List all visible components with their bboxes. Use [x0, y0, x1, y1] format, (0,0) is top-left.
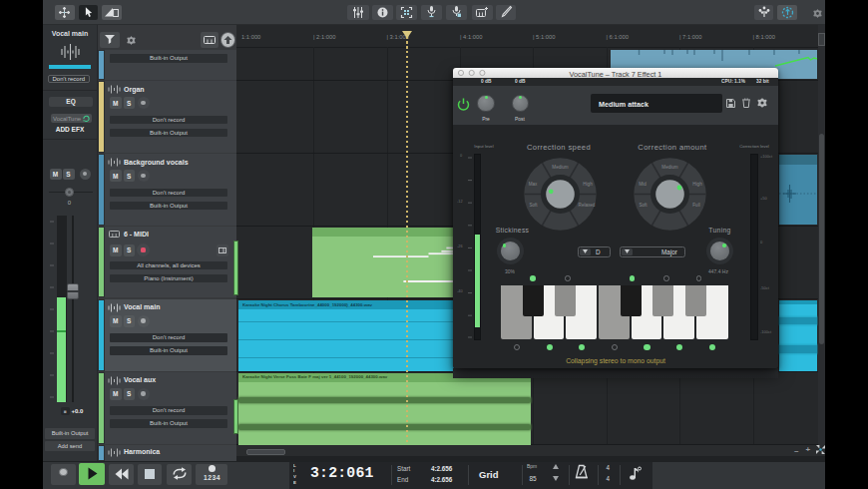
svg-text:Soft: Soft: [639, 202, 648, 207]
svg-text:Medium: Medium: [552, 164, 569, 169]
svg-text:High: High: [583, 182, 593, 187]
svg-text:Medium: Medium: [661, 164, 678, 169]
svg-text:Full: Full: [692, 202, 699, 207]
svg-text:Relaxed: Relaxed: [578, 202, 595, 207]
svg-text:Soft: Soft: [529, 202, 538, 207]
svg-text:Mid: Mid: [639, 182, 647, 187]
svg-text:Max: Max: [528, 182, 537, 187]
svg-text:High: High: [692, 182, 702, 187]
